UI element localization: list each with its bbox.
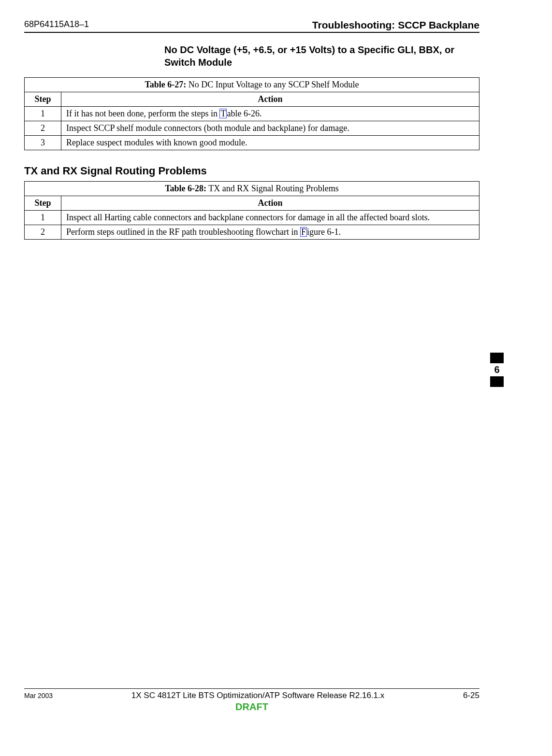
action-cell: Replace suspect modules with known good …: [61, 136, 479, 150]
action-cell: If it has not been done, perform the ste…: [61, 107, 479, 121]
action-cell: Inspect SCCP shelf module connectors (bo…: [61, 121, 479, 136]
cross-ref-link[interactable]: F: [300, 227, 307, 237]
col-step: Step: [25, 196, 61, 211]
action-text: If it has not been done, perform the ste…: [66, 109, 219, 118]
table-header-row: Step Action: [25, 196, 479, 211]
footer-doc-title: 1X SC 4812T Lite BTS Optimization/ATP So…: [53, 691, 463, 700]
table-6-27: Table 6-27: No DC Input Voltage to any S…: [24, 77, 479, 150]
cross-ref-link[interactable]: T: [219, 109, 227, 118]
page-title: Troubleshooting: SCCP Backplane: [312, 19, 479, 31]
table-row: 1 Inspect all Harting cable connectors a…: [25, 211, 479, 225]
table-caption-text: TX and RX Signal Routing Problems: [206, 184, 339, 193]
page-header: 68P64115A18–1 Troubleshooting: SCCP Back…: [24, 19, 479, 32]
action-text: able 6-26.: [227, 109, 261, 118]
table-header-row: Step Action: [25, 92, 479, 107]
table-caption-bold: Table 6-27:: [145, 80, 186, 89]
action-cell: Inspect all Harting cable connectors and…: [61, 211, 479, 225]
table-caption-row: Table 6-27: No DC Input Voltage to any S…: [25, 78, 479, 92]
col-action: Action: [61, 196, 479, 211]
footer-rule: [24, 688, 479, 689]
step-cell: 1: [25, 107, 61, 121]
section-heading-no-dc: No DC Voltage (+5, +6.5, or +15 Volts) t…: [164, 43, 479, 69]
step-cell: 3: [25, 136, 61, 150]
chapter-tab: 6: [490, 353, 504, 387]
table-row: 2 Perform steps outlined in the RF path …: [25, 225, 479, 240]
page-footer: Mar 2003 1X SC 4812T Lite BTS Optimizati…: [24, 688, 479, 713]
table-row: 2 Inspect SCCP shelf module connectors (…: [25, 121, 479, 136]
table-row: 1 If it has not been done, perform the s…: [25, 107, 479, 121]
col-step: Step: [25, 92, 61, 107]
step-cell: 2: [25, 225, 61, 240]
table-6-28: Table 6-28: TX and RX Signal Routing Pro…: [24, 181, 479, 240]
table-row: 3 Replace suspect modules with known goo…: [25, 136, 479, 150]
tab-block-bottom: [490, 376, 504, 387]
table-caption-bold: Table 6-28:: [165, 184, 206, 193]
step-cell: 2: [25, 121, 61, 136]
tab-number: 6: [490, 363, 504, 376]
table-caption-row: Table 6-28: TX and RX Signal Routing Pro…: [25, 182, 479, 196]
action-text: igure 6-1.: [307, 227, 341, 237]
header-rule: [24, 32, 479, 33]
action-text: Perform steps outlined in the RF path tr…: [66, 227, 300, 237]
action-cell: Perform steps outlined in the RF path tr…: [61, 225, 479, 240]
col-action: Action: [61, 92, 479, 107]
draft-watermark: DRAFT: [24, 701, 479, 713]
section-heading-tx-rx: TX and RX Signal Routing Problems: [24, 165, 479, 177]
step-cell: 1: [25, 211, 61, 225]
tab-block-top: [490, 353, 504, 363]
table-caption-text: No DC Input Voltage to any SCCP Shelf Mo…: [186, 80, 359, 89]
footer-date: Mar 2003: [24, 692, 53, 699]
footer-page-number: 6-25: [463, 691, 479, 700]
doc-id: 68P64115A18–1: [24, 19, 89, 31]
